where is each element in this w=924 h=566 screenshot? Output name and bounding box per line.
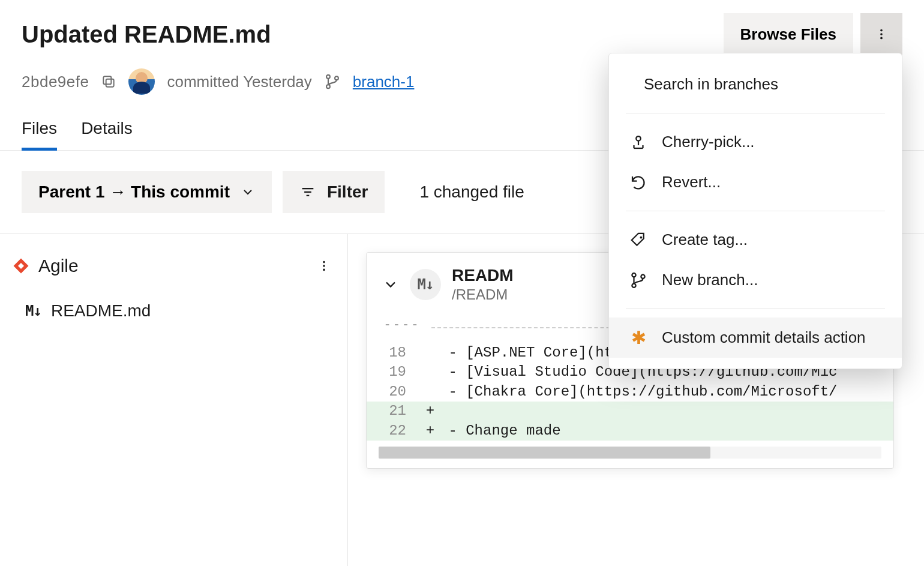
diff-scope-dropdown[interactable]: Parent 1 → This commit — [22, 171, 272, 213]
menu-revert-label: Revert... — [662, 173, 721, 191]
file-name-label: README.md — [51, 301, 151, 321]
committed-label: committed Yesterday — [167, 73, 311, 91]
tab-files[interactable]: Files — [22, 114, 57, 150]
kebab-icon[interactable] — [317, 259, 331, 272]
menu-cherry-pick-label: Cherry-pick... — [662, 133, 755, 151]
menu-custom-action-label: Custom commit details action — [662, 328, 866, 347]
menu-separator — [626, 309, 885, 309]
chevron-down-icon — [241, 185, 255, 199]
chevron-down-icon[interactable] — [382, 276, 399, 293]
copy-icon[interactable] — [101, 74, 116, 89]
svg-point-8 — [636, 136, 641, 141]
repo-name-label: Agile — [38, 256, 79, 276]
svg-point-12 — [641, 274, 644, 278]
menu-create-tag[interactable]: Create tag... — [609, 220, 902, 260]
more-actions-button[interactable] — [860, 13, 902, 55]
diff-file-name: READM — [452, 266, 514, 285]
svg-point-2 — [880, 37, 883, 40]
filter-button[interactable]: Filter — [283, 171, 385, 213]
repo-root[interactable]: Agile — [12, 256, 79, 276]
svg-rect-3 — [106, 79, 114, 87]
menu-new-branch-label: New branch... — [662, 271, 758, 289]
kebab-icon — [875, 28, 888, 41]
cherry-pick-icon — [629, 133, 647, 151]
svg-point-5 — [326, 75, 330, 79]
tag-icon — [629, 231, 647, 249]
diff-line: 20 - [Chakra Core](https://github.com/Mi… — [367, 382, 893, 402]
avatar[interactable] — [128, 68, 155, 95]
menu-cherry-pick[interactable]: Cherry-pick... — [609, 122, 902, 162]
commit-hash: 2bde9efe — [22, 73, 89, 91]
browse-files-button[interactable]: Browse Files — [724, 13, 853, 55]
commit-header: Updated README.md Browse Files 2bde9efe … — [0, 0, 924, 95]
svg-point-0 — [880, 29, 883, 32]
diff-line: 22+ - Change made — [367, 421, 893, 441]
page-title: Updated README.md — [22, 21, 271, 48]
svg-point-10 — [632, 273, 635, 277]
star-icon: ✱ — [629, 329, 647, 347]
svg-point-7 — [335, 76, 338, 80]
branch-icon — [629, 271, 647, 289]
horizontal-scrollbar[interactable] — [379, 447, 881, 459]
svg-point-6 — [326, 85, 330, 88]
file-type-badge: M↓ — [410, 269, 441, 300]
markdown-icon: M↓ — [25, 303, 41, 319]
svg-rect-4 — [104, 76, 112, 84]
diff-scope-label: Parent 1 → This commit — [38, 182, 230, 202]
svg-point-16 — [323, 269, 325, 271]
menu-revert[interactable]: Revert... — [609, 162, 902, 202]
changed-files-summary: 1 changed file — [419, 182, 524, 202]
tab-details[interactable]: Details — [81, 114, 133, 150]
svg-point-15 — [323, 265, 325, 267]
scrollbar-thumb[interactable] — [379, 447, 710, 459]
svg-point-11 — [632, 283, 635, 287]
menu-custom-action[interactable]: ✱ Custom commit details action — [609, 318, 902, 358]
diff-line: 21+ — [367, 402, 893, 421]
menu-search-branches[interactable]: Search in branches — [609, 64, 902, 104]
menu-create-tag-label: Create tag... — [662, 230, 748, 249]
menu-separator — [626, 211, 885, 211]
revert-icon — [629, 173, 647, 191]
branch-icon — [324, 73, 341, 90]
repo-icon — [12, 257, 30, 275]
filter-icon — [299, 184, 316, 200]
branch-link[interactable]: branch-1 — [353, 73, 415, 91]
actions-menu: Search in branches Cherry-pick... Revert… — [608, 53, 902, 369]
svg-point-1 — [880, 33, 883, 35]
filter-label: Filter — [327, 182, 368, 202]
menu-separator — [626, 113, 885, 113]
svg-point-14 — [323, 261, 325, 263]
file-tree-sidebar: Agile M↓ README.md — [0, 234, 348, 566]
svg-point-9 — [640, 236, 643, 238]
diff-file-path: /READM — [452, 286, 514, 303]
file-tree-item[interactable]: M↓ README.md — [12, 288, 335, 321]
menu-new-branch[interactable]: New branch... — [609, 260, 902, 300]
